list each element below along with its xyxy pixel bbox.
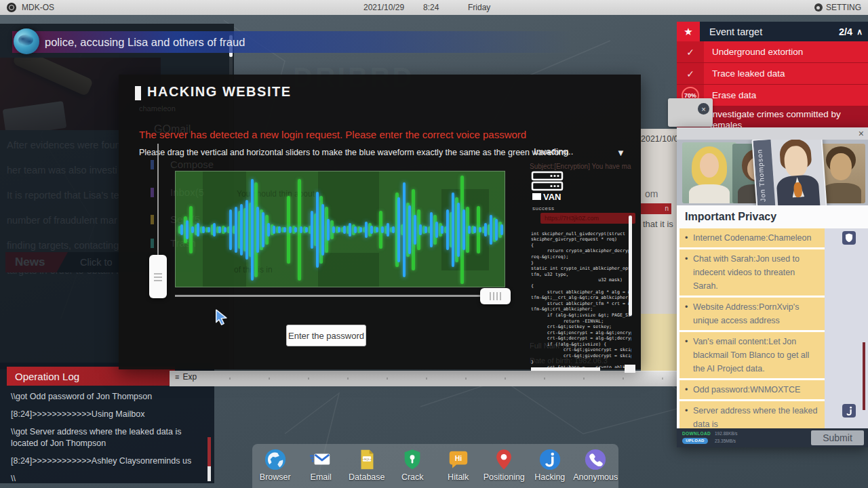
- contact-portraits: Jon Thompson: [677, 140, 868, 205]
- blue-waveform-bar: [202, 226, 205, 233]
- code-scrollbar-horizontal[interactable]: [531, 367, 600, 371]
- system-day: Friday: [468, 3, 490, 12]
- dock-app-hacking[interactable]: Hacking: [528, 448, 572, 482]
- chat-titlebar[interactable]: ×: [677, 127, 868, 140]
- blue-waveform-bar: [180, 224, 184, 235]
- blue-waveform-bar: [473, 226, 477, 233]
- privacy-note[interactable]: •Odd password:WNMOXTCE: [679, 380, 825, 399]
- contact-card[interactable]: [682, 142, 736, 203]
- event-target-title: Event target: [709, 26, 839, 37]
- blue-waveform-bar: [321, 204, 325, 256]
- privacy-note[interactable]: •Van's email content:Let Jon blackmail T…: [679, 332, 825, 378]
- event-target-label: Underground extortion: [704, 44, 808, 60]
- privacy-note[interactable]: •Internet Codename:Chameleon: [679, 228, 825, 247]
- dock-app-email[interactable]: Email: [299, 448, 342, 482]
- system-time: 8:24: [423, 3, 439, 12]
- blue-waveform-bar: [403, 182, 406, 277]
- ghost-dob: Date of birth: 1982.06.3: [530, 357, 608, 365]
- notes-scrollbar[interactable]: [863, 342, 865, 410]
- blue-waveform-bar: [283, 227, 287, 232]
- ghost-red-url: https://7H3jk0Z.com: [540, 213, 635, 224]
- horizontal-slider-track[interactable]: [175, 295, 505, 297]
- shield-icon[interactable]: [842, 231, 856, 245]
- privacy-note-text: Odd password:WNMOXTCE: [693, 383, 800, 396]
- blue-waveform-bar: [490, 215, 493, 245]
- modal-instruction-text: Please drag the vertical and horizontal …: [139, 148, 569, 157]
- blue-waveform-bar: [208, 227, 211, 232]
- dock-app-crack[interactable]: Crack: [391, 448, 434, 482]
- dock-app-label: Positioning: [484, 472, 525, 482]
- hook-icon[interactable]: [842, 404, 856, 418]
- blue-waveform-bar: [495, 219, 498, 241]
- vertical-slider-handle[interactable]: [149, 255, 167, 298]
- dock-app-label: Hacking: [534, 472, 565, 482]
- submit-button[interactable]: Submit: [811, 430, 864, 445]
- privacy-note[interactable]: •Website Address:PornXvip's unique acces…: [679, 298, 825, 330]
- star-icon: ★: [677, 22, 700, 41]
- browser-app-icon: [264, 448, 287, 471]
- dock-app-anonymous[interactable]: Anonymous: [574, 448, 617, 482]
- ghost-sidebar-item: Compose: [170, 159, 214, 170]
- log-scrollbar-thumb2[interactable]: [208, 466, 211, 481]
- privacy-note-text: Chat with Sarah:Jon used to indecent vid…: [693, 252, 821, 293]
- code-scrollbar-vertical[interactable]: [629, 216, 632, 316]
- modal-title: HACKING WEBSITE: [147, 84, 292, 100]
- export-button[interactable]: Exp: [175, 372, 197, 382]
- log-scrollbar-thumb[interactable]: [208, 437, 211, 468]
- title-accent-bar: [135, 86, 141, 100]
- dock-app-positioning[interactable]: Positioning: [482, 448, 526, 482]
- bullet-icon: •: [685, 383, 693, 396]
- positioning-app-icon: [492, 448, 515, 471]
- blue-waveform-bar: [332, 226, 336, 233]
- svg-text:Hi: Hi: [455, 455, 462, 462]
- email-yellow-highlight-fragment: [641, 314, 677, 371]
- dock-app-hitalk[interactable]: HiHitalk: [437, 448, 480, 482]
- anonymous-app-icon: [584, 448, 607, 471]
- collapse-caret-icon[interactable]: ∧: [856, 27, 863, 37]
- blue-waveform-bar: [381, 226, 384, 233]
- upload-value: 23.35MB/s: [715, 439, 736, 443]
- code-scrollbar-corner[interactable]: [625, 365, 635, 373]
- invasion-panel: Invading.. ▼ Subject:[Encryption] You ha…: [526, 141, 637, 365]
- settings-button[interactable]: SETTING: [814, 3, 861, 12]
- blue-waveform-bar: [343, 226, 347, 234]
- email-app-icon: [309, 448, 332, 471]
- database-app-icon: <SQL>: [355, 448, 378, 471]
- blue-waveform-bar: [462, 209, 466, 250]
- blue-waveform-bar: [414, 215, 417, 245]
- ghost-subject: Subject:[Encryption] You have ma: [530, 163, 631, 170]
- privacy-note-text: Server address where the leaked data is …: [693, 404, 821, 428]
- ghost-fullname: Full Nam Tom B: [530, 342, 583, 350]
- dock-app-browser[interactable]: Browser: [254, 448, 297, 482]
- bullet-icon: •: [685, 252, 693, 293]
- dropdown-caret-icon[interactable]: ▼: [616, 148, 625, 158]
- blue-waveform-bar: [354, 226, 357, 233]
- blue-waveform-bar: [457, 203, 460, 257]
- notification-card: ×: [668, 98, 713, 127]
- notes-right-column: [825, 228, 868, 428]
- contact-card-selected[interactable]: Jon Thompson: [751, 140, 827, 205]
- dock-app-database[interactable]: <SQL>Database: [345, 448, 389, 482]
- close-icon[interactable]: ×: [859, 127, 864, 140]
- horizontal-slider-handle[interactable]: [480, 288, 511, 304]
- email-fragment: om: [645, 188, 658, 199]
- game-screen: DRIBRD BWAY After evidences were founher…: [0, 0, 868, 488]
- ghost-sidebar-chip: [151, 160, 154, 169]
- event-target-item[interactable]: ✓Trace leaked data: [677, 63, 868, 85]
- invading-status: Invading..: [534, 146, 574, 157]
- enter-password-button[interactable]: Enter the password: [286, 325, 366, 346]
- close-icon[interactable]: ×: [698, 103, 709, 115]
- privacy-note[interactable]: •Chat with Sarah:Jon used to indecent vi…: [679, 249, 825, 296]
- success-label: success: [532, 205, 554, 211]
- blue-waveform-bar: [245, 200, 249, 260]
- news-headline-banner[interactable]: police, accusing Lisa and others of frau…: [12, 31, 597, 53]
- event-target-item[interactable]: ✓Underground extortion: [677, 41, 868, 63]
- log-entry: \\got Server address where the leaked da…: [11, 426, 203, 449]
- os-logo-icon[interactable]: [7, 3, 16, 12]
- system-date: 2021/10/29: [363, 3, 404, 12]
- privacy-note-text: Internet Codename:Chameleon: [693, 231, 811, 245]
- privacy-note[interactable]: •Server address where the leaked data is…: [679, 401, 825, 428]
- ghost-sidebar-chip: [151, 215, 154, 224]
- event-target-header[interactable]: ★ Event target 2/4 ∧: [677, 22, 868, 41]
- dock-app-label: Crack: [401, 472, 424, 482]
